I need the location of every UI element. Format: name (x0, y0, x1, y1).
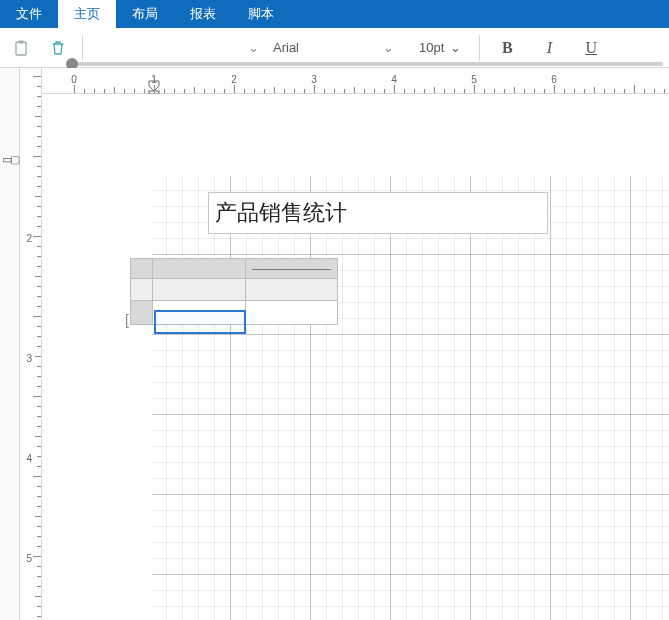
toolbar: ⌄ Arial ⌄ 10pt ⌄ B I U (0, 28, 669, 68)
ruler-number: 4 (391, 74, 397, 85)
clipboard-icon (13, 39, 31, 57)
font-family-select[interactable]: ⌄ Arial ⌄ (241, 37, 401, 58)
table-cell[interactable] (153, 301, 246, 325)
table-row[interactable] (131, 279, 338, 301)
menu-home[interactable]: 主页 (58, 0, 116, 28)
table-header-cell[interactable] (245, 259, 338, 279)
ruler-number: 3 (26, 353, 32, 364)
table-row-header[interactable] (131, 279, 153, 301)
design-canvas[interactable]: 产品销售统计 (42, 94, 669, 620)
bold-button[interactable]: B (490, 34, 524, 62)
chevron-down-icon: ⌄ (383, 40, 394, 55)
italic-button[interactable]: I (532, 34, 566, 62)
workspace: ▭ ▢ 2345 0123456 产品销售统计 (0, 68, 669, 620)
underline-button[interactable]: U (574, 34, 608, 62)
left-band: ▭ ▢ (0, 68, 20, 620)
table-header-cell[interactable] (153, 259, 246, 279)
ruler-number: 2 (26, 233, 32, 244)
delete-button[interactable] (44, 34, 72, 62)
ruler-number: 3 (311, 74, 317, 85)
toolbar-separator (479, 35, 480, 61)
ruler-number: 5 (471, 74, 477, 85)
toolbar-separator (82, 35, 83, 61)
svg-rect-0 (16, 42, 26, 55)
menu-bar: 文件 主页 布局 报表 脚本 (0, 0, 669, 28)
font-family-value: Arial (265, 40, 377, 55)
ruler-number: 5 (26, 553, 32, 564)
ruler-number: 1 (151, 74, 157, 85)
ruler-number: 0 (71, 74, 77, 85)
ruler-number: 2 (231, 74, 237, 85)
trash-icon (49, 39, 67, 57)
ruler-number: 4 (26, 453, 32, 464)
report-table[interactable] (130, 258, 338, 325)
grid (152, 176, 669, 620)
menu-layout[interactable]: 布局 (116, 0, 174, 28)
page (152, 176, 669, 620)
ruler-number: 6 (551, 74, 557, 85)
chevron-down-icon: ⌄ (248, 40, 259, 55)
report-title-text: 产品销售统计 (215, 198, 347, 228)
table-header-row[interactable] (131, 259, 338, 279)
row-selector-icon[interactable]: [ (125, 312, 129, 328)
horizontal-ruler[interactable]: 0123456 (42, 68, 669, 94)
font-size-value: 10pt (419, 40, 444, 55)
chevron-down-icon: ⌄ (450, 40, 461, 55)
font-size-select[interactable]: 10pt ⌄ (415, 38, 465, 57)
vertical-ruler[interactable]: 2345 (20, 68, 42, 620)
svg-rect-1 (19, 40, 24, 43)
paste-button[interactable] (8, 34, 36, 62)
band-marker-icon: ▢ (10, 153, 20, 166)
table-corner-cell[interactable] (131, 259, 153, 279)
toolbar-scrollbar[interactable] (66, 62, 663, 66)
table-row[interactable] (131, 301, 338, 325)
table-cell[interactable] (245, 301, 338, 325)
table-row-header[interactable] (131, 301, 153, 325)
table-cell[interactable] (153, 279, 246, 301)
report-title-box[interactable]: 产品销售统计 (208, 192, 548, 234)
menu-report[interactable]: 报表 (174, 0, 232, 28)
table-cell[interactable] (245, 279, 338, 301)
menu-script[interactable]: 脚本 (232, 0, 290, 28)
menu-file[interactable]: 文件 (0, 0, 58, 28)
